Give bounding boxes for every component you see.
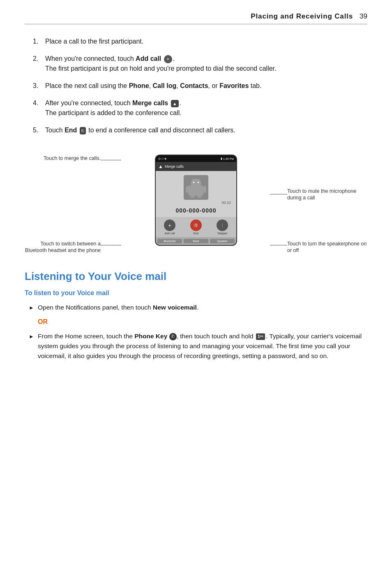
status-icons-right: ▮ 1:45 PM xyxy=(221,157,234,160)
step-3-favorites: Favorites xyxy=(219,82,249,89)
bullet-arrow-1: ► xyxy=(29,304,35,312)
svg-rect-9 xyxy=(198,195,201,198)
bluetooth-btn-box: Bluetooth xyxy=(157,239,182,243)
step-2-bold: Add call xyxy=(136,55,161,62)
end-call-icon: ⎘ xyxy=(80,127,86,135)
add-call-btn: + Add call xyxy=(157,220,182,235)
steps-list: 1. Place a call to the first participant… xyxy=(33,37,367,135)
or-label: OR xyxy=(38,318,367,326)
bullet-item-2: ► From the Home screen, touch the Phone … xyxy=(29,331,367,361)
svg-rect-8 xyxy=(191,195,194,198)
svg-rect-6 xyxy=(186,186,188,193)
step-5: 5. Touch End ⎘ to end a conference call … xyxy=(33,125,367,135)
battery-icon: ▮ xyxy=(221,157,222,160)
label-speaker: Touch to turn the speakerphone on or off xyxy=(287,240,367,254)
label-bluetooth: Touch to switch between a Bluetooth head… xyxy=(25,240,101,254)
step-5-text: Touch End ⎘ to end a conference call and… xyxy=(45,125,367,135)
phone-call-area: 00:22 000-000-0000 xyxy=(156,171,236,217)
connector-right-top xyxy=(270,194,287,194)
android-avatar xyxy=(184,175,208,200)
end-btn-label: End xyxy=(194,232,198,235)
step-4: 4. After you're connected, touch Merge c… xyxy=(33,98,367,118)
step-4-merge: Merge calls xyxy=(132,99,168,106)
android-svg xyxy=(186,177,206,198)
svg-point-2 xyxy=(193,182,195,183)
speaker-btn: Speaker xyxy=(210,239,235,243)
mute-btn: Mute xyxy=(184,239,208,243)
end-btn: ✆ End xyxy=(184,220,208,235)
merge-calls-icon: ▲ xyxy=(171,100,179,108)
step-4-num: 4. xyxy=(33,98,42,108)
phone-mockup: ◎ ◇ ◈ ▮ 1:45 PM ▲ Merge calls xyxy=(155,155,237,246)
bluetooth-btn: Bluetooth xyxy=(157,239,182,243)
bullet-arrow-2: ► xyxy=(29,333,35,341)
wifi-icon: ◇ xyxy=(161,157,164,160)
connector-left-bottom xyxy=(101,245,121,245)
page-title: Placing and Receiving Calls xyxy=(251,12,353,21)
svg-point-3 xyxy=(198,182,199,183)
speaker-btn-box: Speaker xyxy=(210,239,235,243)
step-1-num: 1. xyxy=(33,37,42,46)
dialpad-btn-label: Dialpad xyxy=(217,232,227,235)
label-merge-calls: Touch to merge the calls. xyxy=(25,155,101,162)
status-icons-left: ◎ ◇ ◈ xyxy=(158,157,166,160)
svg-rect-7 xyxy=(203,186,206,193)
signal-icon: ◎ xyxy=(158,157,161,160)
dialpad-btn: ⋮ Dialpad xyxy=(210,220,235,235)
end-btn-icon: ✆ xyxy=(188,217,204,233)
key-1-icon: 1SD xyxy=(256,333,265,340)
diagram-section: Touch to merge the calls. Touch to switc… xyxy=(25,143,367,258)
bullet-item-1: ► Open the Notifications panel, then tou… xyxy=(29,303,367,312)
step-2-num: 2. xyxy=(33,54,42,64)
main-section-title: Listening to Your Voice mail xyxy=(25,270,367,283)
status-time: 1:45 PM xyxy=(223,157,234,160)
page-header: Placing and Receiving Calls 39 xyxy=(25,12,367,24)
step-3-calllog: Call log xyxy=(152,82,176,89)
mute-btn-box: Mute xyxy=(184,239,208,243)
step-3-contacts: Contacts xyxy=(180,82,208,89)
bullet-text-1: Open the Notifications panel, then touch… xyxy=(38,303,367,312)
step-3: 3. Place the next call using the Phone, … xyxy=(33,81,367,91)
phone-bottom-row: Bluetooth Mute Speaker xyxy=(156,237,236,245)
call-timer: 00:22 xyxy=(221,201,231,205)
bullet-section: ► Open the Notifications panel, then tou… xyxy=(29,303,367,361)
step-3-phone: Phone xyxy=(129,82,149,89)
phone-merge-bar: ▲ Merge calls xyxy=(156,162,236,171)
step-5-num: 5. xyxy=(33,125,42,135)
svg-point-1 xyxy=(191,179,201,188)
sub-section-title: To listen to your Voice mail xyxy=(25,289,367,297)
label-mute: Touch to mute the microphone during a ca… xyxy=(287,188,367,201)
add-call-icon: + xyxy=(164,55,172,63)
step-3-num: 3. xyxy=(33,81,42,91)
bullet-text-2: From the Home screen, touch the Phone Ke… xyxy=(38,331,367,361)
connector-right-bottom xyxy=(270,245,287,245)
step-2: 2. When you're connected, touch Add call… xyxy=(33,54,367,74)
add-call-btn-label: Add call xyxy=(165,232,175,235)
step-2-text: When you're connected, touch Add call +.… xyxy=(45,54,367,74)
dialpad-btn-icon: ⋮ xyxy=(217,220,228,231)
merge-icon: ▲ xyxy=(158,164,163,169)
step-5-end: End xyxy=(65,127,77,134)
phone-status-bar: ◎ ◇ ◈ ▮ 1:45 PM xyxy=(156,155,236,162)
page-number: 39 xyxy=(360,12,367,21)
merge-calls-label: Merge calls xyxy=(165,164,184,169)
phone-buttons-row: + Add call ✆ End ⋮ Dialpad xyxy=(156,217,236,237)
step-4-text: After you're connected, touch Merge call… xyxy=(45,98,367,118)
new-voicemail-bold: New voicemail xyxy=(153,304,197,311)
step-3-text: Place the next call using the Phone, Cal… xyxy=(45,81,367,91)
step-1-text: Place a call to the first participant. xyxy=(45,37,367,46)
connector-left-top xyxy=(101,160,121,160)
settings-icon: ◈ xyxy=(164,157,166,160)
phone-key-bold: Phone Key xyxy=(134,333,167,340)
step-1: 1. Place a call to the first participant… xyxy=(33,37,367,46)
phone-key-icon: ✆ xyxy=(169,333,177,340)
call-number: 000-000-0000 xyxy=(175,207,216,214)
add-call-btn-icon: + xyxy=(164,220,175,231)
